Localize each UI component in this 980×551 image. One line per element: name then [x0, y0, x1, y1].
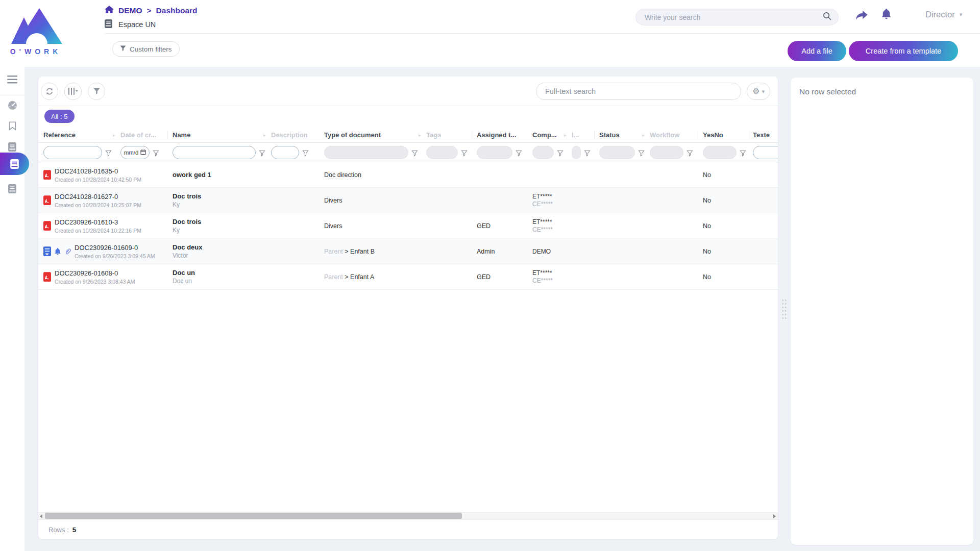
horizontal-scrollbar[interactable]	[38, 512, 778, 520]
document-name: Doc un	[173, 269, 195, 277]
grid-settings-button[interactable]: ⚙ ▾	[747, 83, 770, 100]
funnel-icon	[461, 150, 468, 157]
yesno-cell: No	[703, 264, 711, 289]
filter-funnel-name[interactable]	[259, 149, 265, 159]
rows-label: Rows :	[48, 526, 69, 534]
company-sub: CE*****	[532, 277, 553, 284]
filter-input-workflow	[650, 146, 683, 159]
breadcrumb-root[interactable]: DEMO	[118, 6, 142, 15]
table-row[interactable]: wDOC230926-01609-0Created on 9/26/2023 3…	[38, 239, 778, 264]
top-bar: O'WORK DEMO > Dashboard Espace UN	[0, 0, 980, 67]
filter-funnel-date_of_creation[interactable]	[153, 149, 159, 159]
menu-icon[interactable]	[0, 71, 24, 88]
filter-input-description[interactable]	[271, 146, 299, 159]
funnel-icon	[638, 150, 645, 157]
logo-text: O'WORK	[10, 47, 62, 56]
user-menu[interactable]: Director ▾	[925, 10, 962, 19]
scrollbar-thumb[interactable]	[45, 513, 462, 519]
table-row[interactable]: DOC230926-01610-3Created on 10/28/2024 1…	[38, 213, 778, 239]
tab-all-count[interactable]: All : 5	[44, 110, 75, 123]
column-header-status[interactable]: Status	[599, 131, 620, 138]
column-header-type_of_document[interactable]: Type of document	[324, 131, 381, 138]
sidebar	[0, 67, 24, 551]
column-header-name[interactable]: Name	[173, 131, 190, 138]
create-from-template-button[interactable]: Create from a template	[849, 41, 958, 61]
scroll-left-arrow[interactable]	[40, 514, 42, 518]
filter-funnel-company[interactable]	[557, 149, 564, 159]
filter-input-date_of_creation[interactable]: mm/d	[120, 146, 150, 159]
type-cell: Parent > Enfant B	[324, 239, 375, 264]
filter-funnel-description[interactable]	[302, 149, 309, 159]
filter-funnel-assigned_to[interactable]	[516, 149, 522, 159]
grid-toolbar: ⚙ ▾	[38, 77, 778, 106]
filter-input-texte[interactable]	[753, 146, 778, 159]
column-header-yesno[interactable]: YesNo	[703, 131, 723, 138]
refresh-icon	[45, 87, 54, 95]
breadcrumb-current[interactable]: Dashboard	[156, 6, 198, 15]
name-cell: Doc troisKy	[173, 188, 201, 213]
filter-funnel-type_of_document[interactable]	[411, 149, 418, 159]
add-file-button[interactable]: Add a file	[788, 41, 846, 61]
table-row[interactable]: DOC230926-01608-0Created on 9/26/2023 3:…	[38, 264, 778, 290]
column-header-assigned_to[interactable]: Assigned t...	[477, 131, 516, 138]
sidebar-item-dashboard[interactable]	[0, 96, 24, 114]
columns-button[interactable]	[64, 83, 82, 100]
funnel-icon	[411, 150, 418, 157]
user-role: Director	[925, 10, 955, 19]
column-header-texte[interactable]: Texte	[753, 131, 770, 138]
filter-funnel-yesno[interactable]	[740, 149, 746, 159]
global-search-input[interactable]	[645, 13, 823, 21]
company-sub: CE*****	[532, 226, 553, 233]
yesno-cell: No	[703, 188, 711, 213]
calendar-icon[interactable]	[140, 149, 146, 156]
reference-cell: DOC230926-01610-3Created on 10/28/2024 1…	[43, 213, 141, 238]
document-grid-card: ⚙ ▾ All : 5 Reference▸Date of cr...Name▸…	[38, 77, 778, 539]
custom-filters-button[interactable]: Custom filters	[112, 41, 180, 57]
table-row[interactable]: DOC241028-01635-0Created on 10/28/2024 1…	[38, 162, 778, 188]
bell-icon[interactable]	[881, 9, 891, 21]
column-header-date_of_creation[interactable]: Date of cr...	[120, 131, 156, 138]
app-logo[interactable]: O'WORK	[7, 4, 64, 61]
company-cell: DEMO	[532, 239, 551, 264]
global-search	[635, 9, 839, 26]
filter-funnel-workflow[interactable]	[687, 149, 693, 159]
filter-button[interactable]	[88, 83, 105, 100]
type-parent: Parent	[324, 248, 345, 255]
panel-resize-handle[interactable]	[781, 298, 787, 320]
share-icon[interactable]	[855, 10, 868, 22]
table-row[interactable]: DOC241028-01627-0Created on 10/28/2024 1…	[38, 188, 778, 213]
column-header-description[interactable]: Description	[271, 131, 308, 138]
reference-cell: DOC241028-01627-0Created on 10/28/2024 1…	[43, 188, 141, 213]
type-cell: Doc direction	[324, 162, 361, 187]
filter-funnel-reference[interactable]	[105, 149, 112, 159]
search-icon[interactable]	[823, 12, 831, 22]
refresh-button[interactable]	[41, 83, 58, 100]
filter-funnel-status[interactable]	[638, 149, 645, 159]
rows-count: 5	[72, 526, 77, 534]
filter-funnel-tags[interactable]	[461, 149, 468, 159]
created-date: Created on 9/26/2023 3:08:43 AM	[55, 279, 135, 285]
fulltext-search-input[interactable]	[536, 83, 741, 100]
home-icon[interactable]	[105, 6, 114, 15]
column-header-tags[interactable]: Tags	[426, 131, 441, 138]
filter-funnel-i[interactable]	[584, 149, 591, 159]
filter-input-name[interactable]	[173, 146, 256, 159]
column-header-company[interactable]: Comp...	[532, 131, 557, 138]
filter-input-reference[interactable]	[43, 146, 102, 159]
funnel-icon	[105, 150, 112, 157]
sidebar-item-bookmarks[interactable]	[0, 117, 24, 135]
type-name: > Enfant B	[345, 248, 375, 255]
gear-icon: ⚙	[752, 87, 760, 95]
scroll-right-arrow[interactable]	[773, 514, 776, 518]
created-date: Created on 10/28/2024 10:25:07 PM	[55, 202, 141, 208]
column-header-reference[interactable]: Reference	[43, 131, 76, 138]
column-header-workflow[interactable]: Workflow	[650, 131, 679, 138]
reference-cell: DOC230926-01608-0Created on 9/26/2023 3:…	[43, 264, 135, 289]
sidebar-item-documents-active[interactable]	[0, 153, 29, 175]
column-separator	[594, 131, 595, 138]
created-date: Created on 10/28/2024 10:22:16 PM	[55, 228, 141, 234]
type-name: Divers	[324, 222, 342, 230]
column-header-i[interactable]: I...	[572, 131, 579, 138]
sidebar-item-archive[interactable]	[0, 180, 24, 197]
type-name: > Enfant A	[345, 273, 374, 281]
